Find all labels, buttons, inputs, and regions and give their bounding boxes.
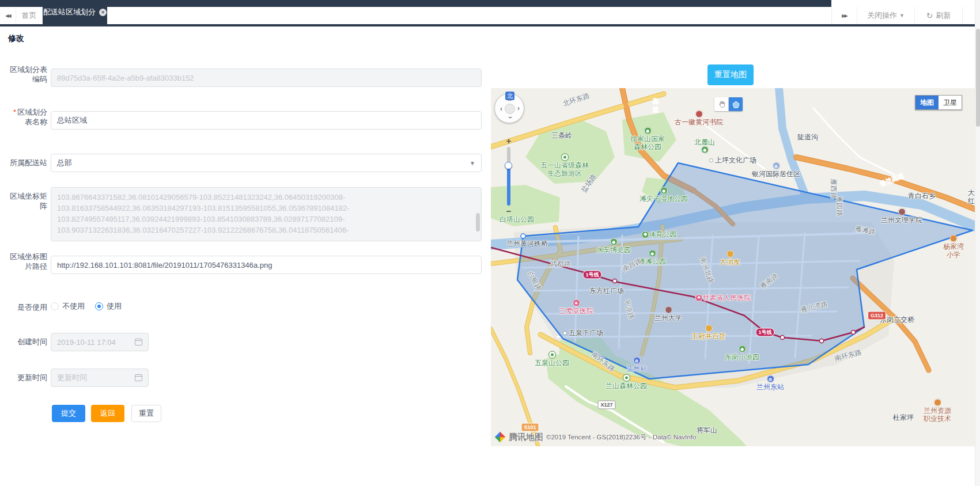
polygon-tool-button[interactable] (729, 97, 743, 111)
page-scrollbar[interactable] (975, 0, 980, 486)
close-operations-label: 关闭操作 (867, 10, 897, 21)
label-created-time: 创建时间 (8, 337, 47, 347)
map-layer-toggle: 地图 卫星 (915, 95, 962, 110)
back-button[interactable]: 返回 (91, 405, 124, 422)
pan-left-icon[interactable]: ‹ (498, 106, 504, 112)
chevron-down-icon: ▼ (899, 13, 905, 18)
area-code-input (51, 69, 482, 87)
top-dark-strip (0, 0, 831, 7)
zoom-slider-thumb[interactable] (505, 162, 512, 169)
reset-map-button[interactable]: 重置地图 (707, 64, 754, 85)
map-pan-control[interactable]: 北 ‹ ‹ ‹ ‹ (494, 93, 524, 123)
tab-delivery-area-label: 配送站区域划分 (43, 7, 96, 17)
delivery-station-select[interactable]: 总部 ▼ (51, 154, 482, 172)
label-use-flag: 是否使用 (8, 302, 47, 312)
collapse-tabs-icon[interactable]: ◀◀ (0, 7, 16, 24)
attribution-text: ©2019 Tencent - GS(2018)2236号 - Data© Na… (546, 433, 696, 442)
map-zoom-control: + − (504, 136, 514, 216)
refresh-label: 刷新 (936, 10, 951, 21)
attribution-brand: 腾讯地图 (509, 432, 543, 443)
label-area-name: *区域划分表名称 (8, 107, 47, 127)
page-title: 修改 (8, 33, 24, 44)
map-attribution: 腾讯地图 ©2019 Tencent - GS(2018)2236号 - Dat… (494, 431, 696, 443)
required-asterisk: * (13, 108, 16, 116)
tab-close-icon[interactable]: ✕ (99, 9, 107, 16)
zoom-slider-fill (507, 164, 510, 206)
tab-delivery-area[interactable]: 配送站区域划分 ✕ (43, 0, 107, 24)
app-window: ◀◀ 首页 配送站区域划分 ✕ ▶▶ 关闭操作 ▼ ↻ 刷新 修改 区域划分表编… (0, 0, 980, 486)
pan-knob[interactable] (505, 104, 515, 114)
zoom-in-button[interactable]: + (504, 136, 514, 146)
coord-matrix-textarea: 103.8676643371582,36.08101429056579-103.… (51, 187, 482, 241)
refresh-button[interactable]: ↻ 刷新 (914, 7, 963, 24)
pan-right-icon[interactable]: ‹ (516, 106, 521, 112)
hand-icon (717, 100, 726, 109)
calendar-icon (135, 339, 142, 345)
tab-bar: ◀◀ 首页 配送站区域划分 ✕ ▶▶ 关闭操作 ▼ ↻ 刷新 (0, 0, 980, 26)
created-time-value: 2019-10-11 17:04 (57, 338, 116, 347)
expand-tabs-icon[interactable]: ▶▶ (831, 7, 857, 24)
label-image-path: 区域坐标图片路径 (8, 252, 47, 271)
pan-down-icon[interactable]: ‹ (507, 115, 513, 120)
label-coord-matrix: 区域坐标矩阵 (8, 191, 47, 211)
submit-button[interactable]: 提交 (52, 405, 85, 422)
page-scrollbar-thumb[interactable] (976, 29, 980, 127)
tab-bar-bottom-border (0, 24, 980, 26)
updated-time-placeholder: 更新时间 (57, 373, 87, 383)
polygon-icon (732, 100, 740, 109)
use-flag-radio-使用[interactable]: 使用 (95, 301, 122, 312)
layer-map-button[interactable]: 地图 (915, 96, 939, 109)
use-flag-radio-group: 不使用使用 (51, 301, 122, 312)
pan-tool-button[interactable] (714, 97, 728, 111)
close-operations-dropdown[interactable]: 关闭操作 ▼ (857, 7, 914, 24)
zoom-slider-track[interactable] (507, 147, 510, 206)
updated-time-picker[interactable]: 更新时间 (51, 369, 149, 387)
layer-satellite-button[interactable]: 卫星 (939, 96, 962, 109)
created-time-picker: 2019-10-11 17:04 (51, 333, 149, 351)
label-updated-time: 更新时间 (8, 373, 47, 382)
calendar-icon (135, 374, 142, 381)
map-draw-tools (714, 97, 743, 111)
chevron-down-icon: ▼ (470, 160, 475, 166)
textarea-scrollbar[interactable] (476, 213, 480, 231)
label-area-code: 区域划分表编码 (8, 64, 47, 84)
tencent-map-logo (494, 431, 506, 443)
delivery-station-value: 总部 (57, 158, 72, 168)
pan-up-icon[interactable]: ‹ (507, 97, 513, 103)
zoom-out-button[interactable]: − (504, 207, 514, 216)
map-canvas[interactable]: 北环东路三条岭古一徽黄河书院♠徐家山国家 森林公园五一山省级森林 生态旅游区♠北… (491, 88, 975, 446)
image-path-input[interactable] (51, 256, 482, 274)
use-flag-radio-不使用[interactable]: 不使用 (51, 301, 85, 312)
label-delivery-station: 所属配送站 (8, 158, 47, 168)
reset-button[interactable]: 重置 (131, 405, 161, 422)
refresh-icon: ↻ (926, 11, 933, 20)
area-name-input[interactable] (51, 111, 482, 130)
tab-home[interactable]: 首页 (16, 7, 43, 24)
